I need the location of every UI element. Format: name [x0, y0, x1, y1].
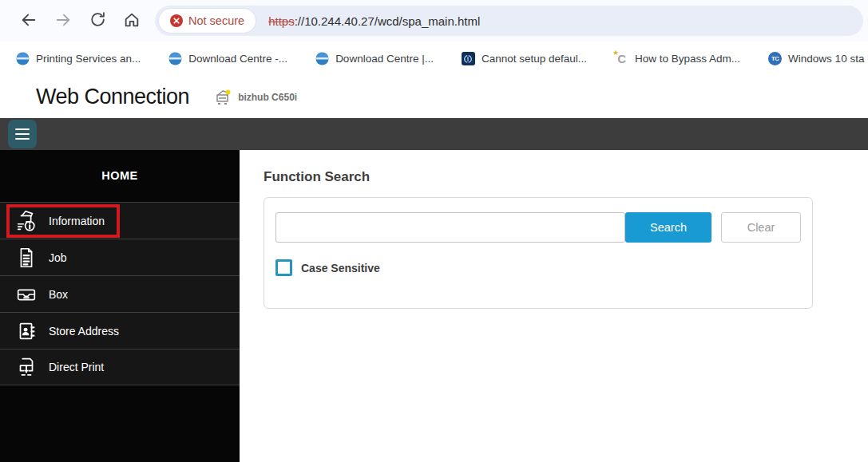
- search-card: Search Clear Case Sensitive: [264, 197, 813, 309]
- case-sensitive-checkbox[interactable]: [275, 259, 292, 276]
- home-icon: [123, 11, 141, 31]
- document-icon: [14, 246, 38, 270]
- bookmark-label: Windows 10 sta: [788, 53, 864, 65]
- back-icon: [20, 11, 38, 31]
- sidebar-item-box-hit[interactable]: Box: [6, 278, 120, 311]
- back-button[interactable]: [15, 7, 42, 34]
- sidebar-item-information[interactable]: Information: [0, 202, 240, 239]
- sidebar-item-store-address[interactable]: Store Address: [0, 312, 240, 349]
- bookmark-label: How to Bypass Adm...: [635, 53, 740, 65]
- url-scheme-struck: https: [268, 14, 295, 28]
- web-connection-logo: Web Connection: [36, 85, 189, 110]
- url-rest: ://10.244.40.27/wcd/spa_main.html: [295, 14, 481, 28]
- main-content: Function Search Search Clear Case Sensit…: [240, 150, 868, 462]
- printer-icon: [213, 88, 232, 107]
- community-square-icon: [462, 52, 475, 65]
- clear-button[interactable]: Clear: [721, 212, 801, 243]
- sidebar-item-direct-print-hit[interactable]: Direct Print: [6, 350, 120, 384]
- konica-globe-icon: [16, 52, 30, 65]
- forward-icon: [54, 11, 72, 31]
- case-sensitive-label: Case Sensitive: [301, 262, 380, 274]
- search-button[interactable]: Search: [625, 212, 711, 243]
- bookmark-label: Printing Services an...: [36, 53, 141, 65]
- app-bar: [0, 118, 868, 150]
- bookmark-label: Download Centre |...: [335, 53, 434, 65]
- sidebar: HOME Information: [0, 150, 240, 462]
- sidebar-item-job-hit[interactable]: Job: [6, 241, 120, 274]
- bookmark-how-to-bypass[interactable]: C★ How to Bypass Adm...: [615, 52, 740, 65]
- device-name: bizhub C650i: [238, 92, 297, 103]
- device-info: bizhub C650i: [213, 88, 297, 107]
- sidebar-item-label: Job: [49, 251, 67, 264]
- page-title: Function Search: [264, 169, 868, 185]
- tc-circle-icon: TC: [768, 52, 782, 65]
- forward-button[interactable]: [50, 7, 77, 34]
- sidebar-title: HOME: [0, 150, 240, 202]
- konica-globe-icon: [315, 52, 329, 65]
- content-area: HOME Information: [0, 150, 868, 462]
- sidebar-item-label: Information: [49, 215, 105, 227]
- refresh-icon: [89, 11, 106, 30]
- browser-toolbar: Not secure https://10.244.40.27/wcd/spa_…: [0, 0, 868, 41]
- information-printer-icon: [14, 209, 38, 233]
- bookmark-cannot-setup[interactable]: Cannot setup defaul...: [462, 52, 587, 65]
- home-button[interactable]: [118, 7, 145, 34]
- search-row: Search Clear: [275, 212, 801, 243]
- sidebar-item-information-hit[interactable]: Information: [6, 204, 120, 238]
- box-tray-icon: [14, 282, 38, 306]
- search-input[interactable]: [275, 212, 625, 243]
- bookmark-label: Download Centre -...: [188, 53, 287, 65]
- bookmark-printing-services[interactable]: Printing Services an...: [16, 52, 141, 65]
- menu-button[interactable]: [8, 120, 37, 148]
- sidebar-item-label: Box: [49, 288, 68, 301]
- sidebar-item-box[interactable]: Box: [0, 275, 240, 312]
- bookmark-windows-10[interactable]: TC Windows 10 sta: [768, 52, 864, 65]
- not-secure-label: Not secure: [188, 14, 244, 27]
- not-secure-chip[interactable]: Not secure: [159, 9, 256, 33]
- address-bar[interactable]: Not secure https://10.244.40.27/wcd/spa_…: [155, 6, 863, 36]
- sidebar-item-label: Store Address: [49, 325, 119, 338]
- sidebar-item-job[interactable]: Job: [0, 239, 240, 275]
- site-header: Web Connection bizhub C650i: [0, 76, 868, 118]
- bookmark-label: Cannot setup defaul...: [482, 53, 587, 65]
- star-c-icon: C★: [615, 52, 628, 65]
- url-text: https://10.244.40.27/wcd/spa_main.html: [268, 14, 480, 28]
- print-arrow-icon: [14, 355, 38, 379]
- konica-globe-icon: [168, 52, 182, 65]
- sidebar-item-direct-print[interactable]: Direct Print: [0, 349, 240, 385]
- sidebar-item-label: Direct Print: [49, 361, 104, 373]
- bookmark-download-centre-1[interactable]: Download Centre -...: [168, 52, 287, 65]
- bookmarks-bar: Printing Services an... Download Centre …: [0, 41, 868, 76]
- not-secure-x-icon: [170, 14, 183, 27]
- refresh-button[interactable]: [84, 7, 111, 34]
- bookmark-download-centre-2[interactable]: Download Centre |...: [315, 52, 434, 65]
- sidebar-item-store-address-hit[interactable]: Store Address: [6, 314, 120, 348]
- case-sensitive-row: Case Sensitive: [275, 259, 801, 276]
- address-book-icon: [14, 319, 38, 343]
